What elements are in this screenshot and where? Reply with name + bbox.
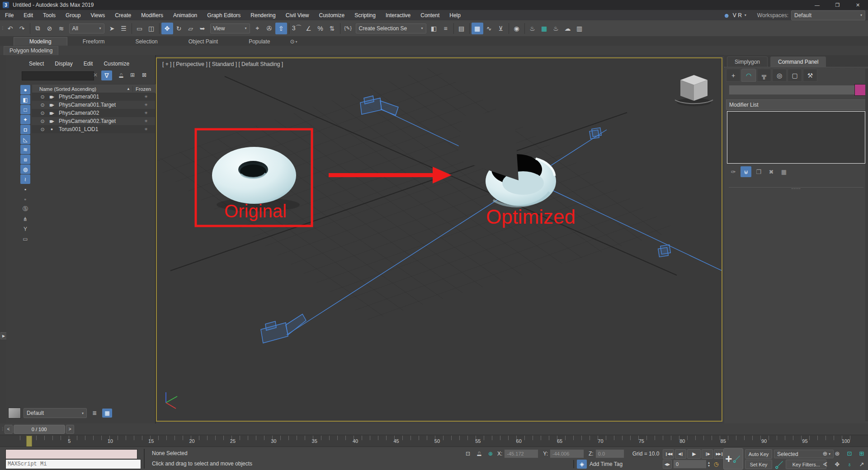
display-bones-icon[interactable]: ≀ <box>20 174 30 184</box>
explorer-menu-item[interactable]: Select <box>24 61 49 67</box>
explorer-column-header[interactable]: Name (Sorted Ascending) ▲ Frozen <box>32 84 156 94</box>
menu-item[interactable]: Scripting <box>349 10 381 20</box>
sort-ascending-icon[interactable]: ▲ <box>127 87 130 91</box>
object-name[interactable]: Torus001_LOD1 <box>57 126 137 132</box>
signed-in-user[interactable]: V R <box>733 12 742 19</box>
display-lights-icon[interactable]: ✦ <box>20 115 30 124</box>
visibility-eye-icon[interactable]: ⊙ <box>39 110 46 116</box>
display-panel-icon[interactable]: ▢ <box>788 69 802 82</box>
angle-snap-icon[interactable]: ∠ <box>303 23 315 34</box>
scene-explorer-row[interactable]: ⊙ ◼▸ PhysCamera002 ✳ <box>32 109 155 117</box>
search-input[interactable] <box>22 71 94 80</box>
menu-item[interactable]: Civil View <box>281 10 314 20</box>
snaps-toggle-3d-icon[interactable]: 3⌒ <box>291 23 303 34</box>
object-color-swatch[interactable] <box>854 84 866 96</box>
next-frame-slider-button[interactable]: > <box>66 425 74 434</box>
create-panel-icon[interactable]: + <box>726 69 741 82</box>
frozen-column-header[interactable]: Frozen <box>132 86 156 92</box>
set-keys-button[interactable]: +o── <box>723 448 743 470</box>
x-coordinate-field[interactable]: -45.172 <box>504 449 538 458</box>
bone-toggle-icon[interactable]: ⋔ <box>20 214 30 224</box>
play-button[interactable]: ▶ <box>687 449 701 459</box>
display-space-warps-icon[interactable]: ≋ <box>20 145 30 154</box>
zoom-extents-all-icon[interactable]: ⊞ <box>856 448 868 458</box>
frozen-cell-icon[interactable]: ✳ <box>137 111 155 115</box>
set-key-button[interactable]: Set Key <box>745 460 772 469</box>
render-presets-icon[interactable]: ▥ <box>574 23 585 34</box>
filter-funnel-icon[interactable]: ∇ <box>101 70 112 80</box>
toggle-layer-explorer-icon[interactable]: ▤ <box>456 23 467 34</box>
layer-explorer-toggle-icon[interactable]: ▦ <box>102 409 112 418</box>
display-xrefs-icon[interactable]: ◍ <box>20 164 30 174</box>
percent-snap-icon[interactable]: % <box>315 23 326 34</box>
select-and-place-icon[interactable]: ➥ <box>197 23 208 34</box>
render-production-icon[interactable]: ♨ <box>550 23 562 34</box>
menu-item[interactable]: Create <box>110 10 136 20</box>
folder-icon[interactable]: ▭ <box>20 234 30 244</box>
redo-icon[interactable]: ↷ <box>16 23 28 34</box>
edit-named-selection-sets-icon[interactable]: {✎} <box>342 23 354 34</box>
dope-sheet-icon[interactable]: ⊻ <box>495 23 507 34</box>
visibility-eye-icon[interactable]: ⊙ <box>39 127 46 132</box>
explorer-menu-item[interactable]: Display <box>49 61 78 67</box>
command-panel-tab[interactable]: Command Panel <box>770 56 826 67</box>
menu-item[interactable]: Group <box>61 10 85 20</box>
z-coordinate-field[interactable]: 0.0 <box>595 449 624 458</box>
scene-explorer-row[interactable]: ⊙ ● Torus001_LOD1 ✳ <box>32 125 155 133</box>
previous-frame-slider-button[interactable]: < <box>5 425 13 434</box>
align-icon[interactable]: ≡ <box>440 23 452 34</box>
menu-item[interactable]: Edit <box>19 10 38 20</box>
frozen-cell-icon[interactable]: ✳ <box>137 103 155 107</box>
menu-item[interactable]: Customize <box>314 10 350 20</box>
utilities-panel-icon[interactable]: ⚒ <box>803 69 817 82</box>
timeline-grip[interactable]: ⁞⁞ <box>2 427 3 432</box>
object-name[interactable]: PhysCamera002 <box>57 110 137 116</box>
time-slider-handle[interactable] <box>26 436 32 447</box>
frame-spinner-icon[interactable]: ◀▶ <box>663 460 672 469</box>
selection-lock-icon[interactable]: ∩▬ <box>475 451 484 456</box>
time-slider-value[interactable]: 0 / 100 <box>14 425 65 434</box>
ribbon-tab[interactable]: Modeling <box>14 37 67 46</box>
current-frame-field[interactable]: 0 <box>673 460 707 469</box>
menu-item[interactable]: Animation <box>168 10 202 20</box>
maximize-button[interactable]: ❐ <box>827 0 848 10</box>
visibility-eye-icon[interactable]: ⊙ <box>39 118 46 124</box>
select-and-scale-icon[interactable]: ▱ <box>185 23 197 34</box>
display-all-icon[interactable]: ● <box>20 85 30 94</box>
white-square-icon[interactable]: ▫ <box>20 194 30 204</box>
frozen-cell-icon[interactable]: ✳ <box>137 127 155 132</box>
hierarchy-panel-icon[interactable]: ╦ <box>757 69 771 82</box>
modify-panel-icon[interactable]: ◠ <box>741 69 756 82</box>
named-selection-sets-dropdown[interactable]: Create Selection Se▾ <box>356 24 426 33</box>
show-end-result-icon[interactable]: ⊎ <box>741 166 751 177</box>
zoom-all-icon[interactable]: ⊛ <box>831 448 843 458</box>
scene-explorer-row[interactable]: ⊙ ◼▸ PhysCamera001.Target ✳ <box>32 101 155 109</box>
macro-recorder-pane[interactable] <box>5 449 137 459</box>
name-column-header[interactable]: Name (Sorted Ascending) <box>32 86 96 92</box>
rectangular-selection-region-icon[interactable]: ▭ <box>134 23 146 34</box>
orbit-icon[interactable]: ♁ <box>844 459 855 469</box>
field-of-view-icon[interactable]: ∢ <box>819 459 831 469</box>
menu-item[interactable]: Views <box>85 10 110 20</box>
select-and-move-icon[interactable]: ✥ <box>161 23 173 34</box>
material-editor-icon[interactable]: ◉ <box>511 23 523 34</box>
object-name[interactable]: PhysCamera001 <box>57 94 137 100</box>
scene-explorer-row[interactable]: ⊙ ◼▸ PhysCamera002.Target ✳ <box>32 117 155 125</box>
object-name-field[interactable] <box>729 85 857 95</box>
key-mode-toggle-icon[interactable]: ◷ <box>711 460 721 469</box>
isolate-selection-icon[interactable]: ⊡ <box>463 449 473 458</box>
selection-filter-dropdown[interactable]: All▾ <box>69 24 104 33</box>
undo-icon[interactable]: ↶ <box>5 23 16 34</box>
reference-coordinate-dropdown[interactable]: View▾ <box>210 24 250 33</box>
configure-modifier-sets-icon[interactable]: ▦ <box>778 166 789 177</box>
ribbon-display-toggle-icon[interactable]: ⊙ <box>290 38 295 45</box>
physcamera002-gizmo[interactable] <box>261 314 306 343</box>
lock-explorer-icon[interactable]: ∩▬ <box>117 70 126 80</box>
frame-spin-down-icon[interactable]: ▾ <box>708 464 710 467</box>
close-button[interactable]: ✕ <box>848 0 868 10</box>
user-caret-icon[interactable]: ▾ <box>745 13 746 17</box>
y-coordinate-field[interactable]: -44.006 <box>550 449 584 458</box>
mirror-icon[interactable]: ◧ <box>428 23 440 34</box>
menu-item[interactable]: Graph Editors <box>202 10 245 20</box>
object-name[interactable]: PhysCamera002.Target <box>57 118 137 124</box>
